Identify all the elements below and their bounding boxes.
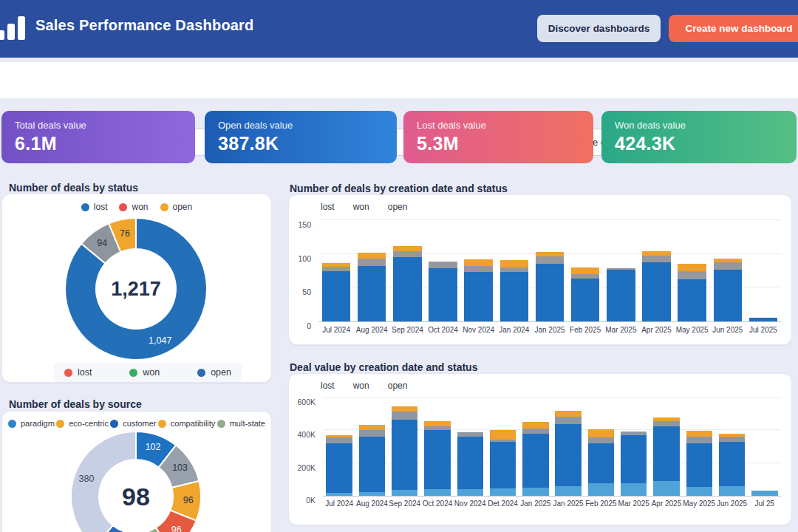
stacked-bar-May 2025[interactable] bbox=[678, 264, 706, 321]
legend-item-won[interactable]: won bbox=[348, 202, 369, 212]
bar-segment-lost[interactable] bbox=[719, 442, 745, 486]
bar-segment-open[interactable] bbox=[678, 264, 706, 271]
bar-segment-won[interactable] bbox=[714, 262, 743, 270]
status-donut-chart[interactable]: 1,0479476 1,217 bbox=[62, 215, 210, 363]
bar-segment-lost[interactable] bbox=[749, 318, 778, 321]
bar-segment-won[interactable] bbox=[653, 421, 679, 426]
bar-segment-unlabeled[interactable] bbox=[424, 489, 450, 496]
bar-segment-won[interactable] bbox=[555, 417, 581, 424]
kpi-card-total-deals-value[interactable]: Total deals value 6.1M bbox=[1, 111, 195, 163]
legend-item-won[interactable]: won bbox=[348, 381, 369, 391]
source-donut-chart[interactable]: 102103969696380 98 bbox=[66, 426, 206, 532]
legend-item-open[interactable]: open bbox=[197, 367, 231, 378]
bar-segment-unlabeled[interactable] bbox=[326, 493, 352, 496]
stacked-bar-Jan 2025[interactable] bbox=[522, 422, 548, 496]
stacked-bar-Mar 2025[interactable] bbox=[621, 432, 647, 496]
stacked-bar-Oct 2024[interactable] bbox=[429, 262, 457, 321]
bar-segment-won[interactable] bbox=[642, 256, 671, 262]
stacked-bar-Jan 2025[interactable] bbox=[536, 252, 565, 321]
legend-item-open[interactable]: open bbox=[160, 202, 193, 212]
bar-segment-open[interactable] bbox=[424, 421, 450, 426]
bar-segment-unlabeled[interactable] bbox=[588, 483, 614, 496]
legend-item-paradigm[interactable]: paradigm bbox=[8, 419, 55, 428]
kpi-card-open-deals-value[interactable]: Open deals value 387.8K bbox=[205, 111, 397, 163]
bar-segment-won[interactable] bbox=[588, 437, 614, 443]
stacked-bar-Oct 2024[interactable] bbox=[424, 421, 450, 496]
bar-segment-open[interactable] bbox=[358, 253, 386, 259]
stacked-bar-Det 2024[interactable] bbox=[490, 430, 516, 496]
stacked-bar-Feb 2025[interactable] bbox=[588, 429, 614, 496]
legend-item-won[interactable]: won bbox=[129, 367, 160, 378]
bar-segment-unlabeled[interactable] bbox=[751, 491, 777, 496]
bar-segment-lost[interactable] bbox=[392, 420, 417, 490]
bar-segment-unlabeled[interactable] bbox=[392, 490, 417, 496]
stacked-bar-Jul 2025[interactable] bbox=[749, 318, 778, 321]
bar-segment-lost[interactable] bbox=[457, 437, 483, 489]
bar-segment-lost[interactable] bbox=[653, 426, 679, 481]
bar-segment-lost[interactable] bbox=[642, 262, 671, 321]
stacked-bar-Jul 2024[interactable] bbox=[326, 435, 352, 496]
bar-segment-lost[interactable] bbox=[621, 435, 647, 483]
bar-segment-won[interactable] bbox=[393, 251, 422, 257]
bar-segment-lost[interactable] bbox=[326, 443, 352, 493]
bar-segment-unlabeled[interactable] bbox=[653, 481, 679, 496]
legend-item-lost[interactable]: lost bbox=[316, 381, 335, 391]
bar-segment-unlabeled[interactable] bbox=[686, 487, 712, 496]
bar-segment-won[interactable] bbox=[678, 271, 706, 279]
bar-segment-won[interactable] bbox=[429, 262, 457, 268]
bar-segment-won[interactable] bbox=[457, 432, 483, 437]
legend-item-lost[interactable]: lost bbox=[316, 202, 335, 212]
bar-segment-unlabeled[interactable] bbox=[719, 486, 745, 496]
bar-segment-won[interactable] bbox=[358, 259, 386, 266]
bar-segment-unlabeled[interactable] bbox=[522, 488, 548, 496]
stacked-bar-Sep 2024[interactable] bbox=[393, 246, 422, 321]
bar-segment-won[interactable] bbox=[359, 430, 385, 437]
bar-segment-open[interactable] bbox=[393, 246, 422, 251]
stacked-bar-Sep 2024[interactable] bbox=[392, 406, 417, 496]
bar-segment-lost[interactable] bbox=[490, 442, 516, 488]
legend-item-won[interactable]: won bbox=[119, 202, 148, 212]
stacked-bar-Apr 2025[interactable] bbox=[642, 251, 671, 321]
bar-segment-lost[interactable] bbox=[424, 430, 450, 489]
bar-segment-open[interactable] bbox=[464, 259, 493, 266]
bar-segment-won[interactable] bbox=[464, 266, 493, 272]
stacked-bar-Nov 2024[interactable] bbox=[457, 432, 483, 496]
bar-segment-lost[interactable] bbox=[359, 437, 385, 491]
bar-segment-won[interactable] bbox=[686, 437, 712, 443]
bar-segment-open[interactable] bbox=[359, 425, 385, 431]
stacked-bar-Nov 2024[interactable] bbox=[464, 259, 493, 321]
bar-segment-unlabeled[interactable] bbox=[490, 488, 516, 496]
legend-item-open[interactable]: open bbox=[383, 202, 408, 212]
stacked-bar-Jun 2025[interactable] bbox=[719, 434, 745, 496]
discover-dashboards-button[interactable]: Discover dashboards bbox=[537, 15, 661, 42]
bar-segment-won[interactable] bbox=[326, 437, 352, 443]
stacked-bar-Mar 2025[interactable] bbox=[607, 268, 635, 321]
bar-segment-lost[interactable] bbox=[500, 272, 529, 321]
bar-segment-lost[interactable] bbox=[429, 268, 457, 321]
bar-segment-unlabeled[interactable] bbox=[621, 483, 647, 496]
bar-segment-lost[interactable] bbox=[536, 264, 565, 322]
bar-segment-open[interactable] bbox=[555, 411, 581, 417]
stacked-bar-Jun 2025[interactable] bbox=[714, 259, 743, 321]
kpi-card-lost-deals-value[interactable]: Lost deals value 5.3M bbox=[403, 111, 593, 163]
bar-segment-open[interactable] bbox=[686, 431, 712, 437]
stacked-bar-Jul 25[interactable] bbox=[751, 491, 777, 496]
bar-segment-lost[interactable] bbox=[678, 279, 706, 321]
legend-item-lost[interactable]: lost bbox=[64, 367, 92, 378]
bar-segment-won[interactable] bbox=[392, 412, 417, 420]
bar-segment-won[interactable] bbox=[536, 256, 565, 263]
bar-segment-won[interactable] bbox=[719, 437, 745, 442]
legend-item-lost[interactable]: lost bbox=[81, 202, 108, 212]
bar-segment-open[interactable] bbox=[588, 429, 614, 437]
bar-segment-lost[interactable] bbox=[522, 434, 548, 488]
kpi-card-won-deals-value[interactable]: Won deals value 424.3K bbox=[601, 111, 797, 163]
bar-segment-lost[interactable] bbox=[358, 266, 386, 321]
bar-segment-lost[interactable] bbox=[571, 279, 600, 322]
bar-segment-open[interactable] bbox=[500, 260, 529, 267]
bar-segment-lost[interactable] bbox=[686, 443, 712, 487]
stacked-bar-Jul 2024[interactable] bbox=[322, 263, 351, 321]
legend-item-open[interactable]: open bbox=[383, 381, 408, 391]
stacked-bar-Apr 2025[interactable] bbox=[653, 417, 679, 496]
stacked-bar-May 2025[interactable] bbox=[686, 431, 712, 496]
bar-segment-lost[interactable] bbox=[322, 271, 351, 321]
